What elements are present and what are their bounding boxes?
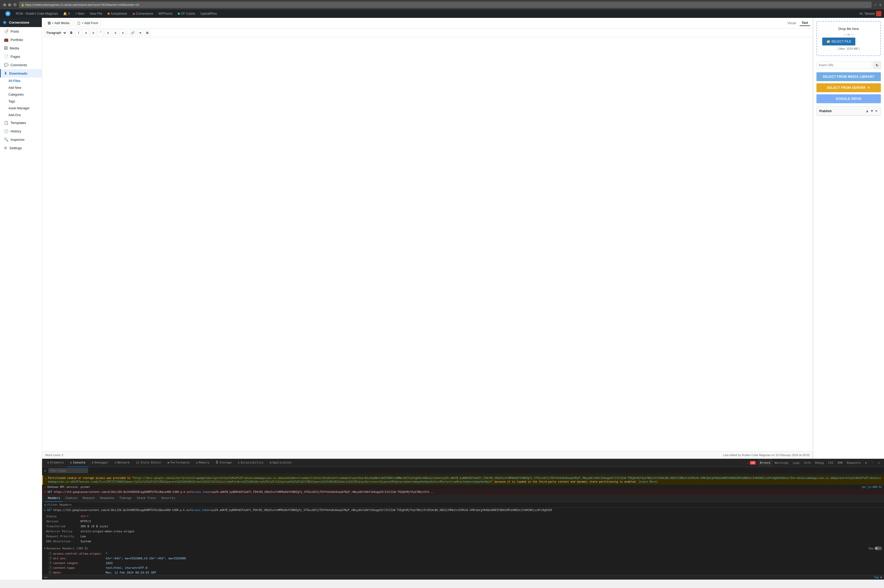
sidebar-sub-add-new[interactable]: Add New [0,84,42,91]
site-name-item[interactable]: RCM - Rubik's Cube Magician [13,9,60,18]
detail-tab-response[interactable]: Response [98,495,117,502]
detail-tab-cookies[interactable]: Cookies [63,495,80,502]
bookmark-icon[interactable]: ☆ [874,3,877,7]
devtools-tab-application[interactable]: ⊞ Application [267,459,295,467]
filter-input[interactable] [48,468,88,473]
devtools-settings-btn[interactable]: ⚙ [863,459,869,467]
response-headers-collapsible[interactable]: ▼ Response Headers (309 B) Raw [42,545,884,551]
wp-logo-item[interactable]: W [3,9,13,18]
select-server-button[interactable]: SELECT FROM SERVER ▼ [816,83,881,92]
ordered-list-button[interactable]: ≡ [90,30,96,36]
view-file-item[interactable]: View File [87,9,105,18]
detail-tab-stack-trace[interactable]: Stack Trace [134,495,159,502]
devtools-tab-memory[interactable]: ◎ Memory [193,459,212,467]
editor-content[interactable] [42,37,813,451]
url-input[interactable] [816,62,872,69]
sidebar-item-inspector[interactable]: 🔍 Inspector [0,135,42,144]
chevron-down-icon[interactable]: ▼ [870,109,874,113]
devtools-tab-network[interactable]: ⇅ Network [111,459,133,467]
rh-help-icon-1[interactable]: ? [48,556,52,560]
drop-zone[interactable]: Drop file here — or — 📁 SELECT FILE [ Ma… [816,21,881,56]
devtools-error-count[interactable]: ⚠ 15 [745,459,758,467]
sidebar-item-comments[interactable]: 💬 Comments [0,61,42,69]
select-file-button[interactable]: 📁 SELECT FILE [822,38,855,45]
tab-text[interactable]: Text [800,20,810,26]
sidebar-sub-all-files[interactable]: All Files [0,78,42,84]
wpforms-item[interactable]: WPForms [156,9,175,18]
indent-button[interactable]: ⇥ [137,30,143,36]
status-help-icon[interactable]: ? [87,515,89,518]
devtools-debug-btn[interactable]: Debug [813,459,826,467]
select-media-library-button[interactable]: SELECT FROM MEDIA LIBRARY [816,72,881,81]
tab-visual[interactable]: Visual [785,21,798,26]
rh-help-icon[interactable]: ? [48,552,52,555]
align-center-button[interactable]: ≡ [112,30,119,36]
devtools-tab-accessibility[interactable]: ♿ Accessibility [235,459,267,467]
devtools-warnings-btn[interactable]: Warnings [773,459,791,467]
detail-tab-headers[interactable]: Headers [45,495,63,502]
top-link[interactable]: Top ▼ [874,576,882,579]
detail-tab-security[interactable]: Security [159,495,178,502]
align-right-button[interactable]: ≡ [120,30,126,36]
devtools-tab-style[interactable]: {} Style Editor [133,459,165,467]
user-avatar[interactable] [876,11,881,16]
devtools-info-btn[interactable]: Info [802,459,813,467]
detail-tab-timings[interactable]: Timings [117,495,134,502]
sidebar-item-downloads[interactable]: ⬇ Downloads [0,69,42,78]
devtools-tab-performance[interactable]: ▶ Performance [165,459,193,467]
console-input[interactable] [49,576,872,579]
blockquote-button[interactable]: " [98,30,104,36]
devtools-more-btn[interactable]: ⋮ [869,459,876,467]
picker-link[interactable]: https://docs.google.com/picker?protocol=… [48,477,881,483]
devtools-logs-btn[interactable]: Logs [791,459,802,467]
updraft-item[interactable]: UpdraftPlus [198,9,219,18]
sidebar-sub-tags[interactable]: Tags [0,98,42,105]
back-button[interactable]: ◀ [3,3,6,7]
chevron-up-icon[interactable]: ▲ [865,109,869,113]
bold-button[interactable]: B [68,30,74,36]
devtools-requests-btn[interactable]: Requests [845,459,863,467]
devtools-xhr-btn[interactable]: XHR [835,459,845,467]
rh-help-icon-2[interactable]: ? [48,561,52,565]
devtools-css-btn[interactable]: CSS [826,459,835,467]
sidebar-item-portfolio[interactable]: 💼 Portfolio [0,36,42,44]
network-row[interactable]: ▼ GET https://lh3.googleusercontent.com/… [42,489,884,495]
devtools-tab-console[interactable]: ▷ Console [67,459,89,467]
sidebar-item-templates[interactable]: 📋 Templates [0,118,42,127]
cf-cache-item[interactable]: CF Cache [175,9,198,18]
address-bar[interactable]: 🔒 https://rubikscubemagician.co.uk/wp-ad… [19,2,872,8]
sidebar-sub-asset-manager[interactable]: Asset Manager [0,105,42,112]
devtools-tab-storage[interactable]: 🗄 Storage [212,459,235,467]
link-button[interactable]: 🔗 [129,30,136,36]
sidebar-item-posts[interactable]: 📝 Posts [0,27,42,36]
detail-tab-request[interactable]: Request [80,495,98,502]
table-button[interactable]: ⊞ [144,30,150,36]
sidebar-item-pages[interactable]: 📄 Pages [0,52,42,61]
forward-button[interactable]: ▶ [8,3,12,7]
rh-help-icon-4[interactable]: ? [48,571,52,574]
raw-toggle-switch[interactable] [875,546,882,550]
sidebar-item-media[interactable]: 🖼 Media [0,44,42,52]
menu-icon[interactable]: ≡ [879,3,881,7]
devtools-close-btn[interactable]: ✕ [876,459,882,467]
rpc-link[interactable]: rpc.js:486:32 [861,486,882,488]
refresh-button[interactable]: ↻ [13,3,17,7]
google-drive-button[interactable]: GOOGLE DRIVE [816,94,881,103]
new-item[interactable]: + New [72,9,87,18]
url-refresh-button[interactable]: ↻ [873,61,881,69]
sidebar-sub-categories[interactable]: Categories [0,91,42,98]
rh-help-icon-3[interactable]: ? [48,566,52,570]
devtools-tab-elements[interactable]: ⊡ Elements [44,459,67,467]
notification-item[interactable]: 🔔 0 [60,9,72,18]
add-media-button[interactable]: 🖼 + Add Media [45,20,72,26]
cornerstone-item[interactable]: ◆ Cornerstone [130,9,156,18]
add-form-button[interactable]: 📋 + Add Form [74,20,101,26]
sidebar-item-history[interactable]: 🕐 History [0,127,42,135]
learn-more-link[interactable]: [Learn More] [639,480,658,483]
close-icon[interactable]: ✕ [875,109,878,113]
sidebar-item-settings[interactable]: ⚙ Settings [0,144,42,152]
paragraph-select[interactable]: Paragraph [44,30,67,36]
sidebar-sub-addons[interactable]: Add-Ons [0,112,42,118]
autoptimize-item[interactable]: Autoptimize [105,9,130,18]
unordered-list-button[interactable]: ≡ [83,30,89,36]
